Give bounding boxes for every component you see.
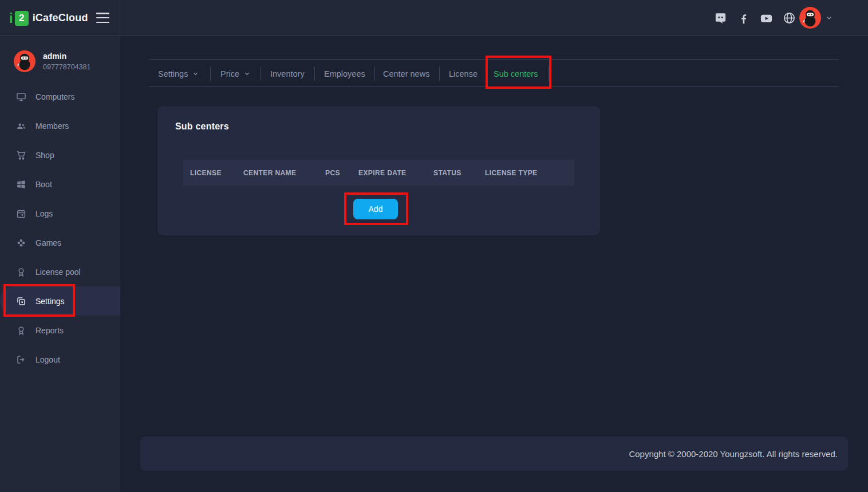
sidebar-item-games[interactable]: Games (0, 228, 120, 257)
column-header-pcs: PCS (325, 169, 358, 177)
table-header-row: LICENSE CENTER NAME PCS EXPIRE DATE STAT… (183, 160, 574, 186)
tab-divider (314, 66, 315, 81)
sidebar-item-label: Computers (35, 92, 74, 101)
sidebar-item-logs[interactable]: Logs (0, 199, 120, 228)
sidebar-item-members[interactable]: Members (0, 111, 120, 140)
windows-icon (16, 179, 26, 190)
sidebar-item-label: Settings (35, 297, 65, 306)
sidebar-item-label: Boot (35, 180, 52, 189)
calendar-icon (16, 208, 26, 219)
sidebar-item-label: License pool (35, 267, 81, 277)
sidebar-item-label: Members (35, 121, 69, 131)
tab-price[interactable]: Price (220, 60, 250, 88)
sidebar-user-avatar (14, 50, 35, 72)
user-name: admin (43, 52, 90, 61)
add-button[interactable]: Add (353, 199, 398, 219)
brand-name: iCafeCloud (33, 12, 88, 24)
sidebar-item-label: Logout (35, 355, 60, 364)
sidebar-nav: Computers Members Shop Boot Logs Games (0, 82, 120, 374)
chevron-down-icon (244, 70, 250, 77)
logo-i-mark: i (9, 11, 13, 25)
menu-toggle-icon[interactable] (96, 13, 109, 23)
sub-centers-card: Sub centers LICENSE CENTER NAME PCS EXPI… (157, 106, 600, 235)
sidebar-user-block: admin 097778704381 (14, 50, 90, 72)
sidebar-item-label: Shop (35, 151, 54, 160)
tab-divider (549, 66, 549, 81)
youtube-icon[interactable] (760, 11, 773, 25)
app-root: i 2 iCafeCloud (0, 0, 868, 492)
gamepad-icon (16, 238, 26, 248)
chevron-down-icon[interactable] (826, 14, 833, 21)
sidebar-item-license-pool[interactable]: License pool (0, 257, 120, 286)
footer: Copyright © 2000-2020 Youngzsoft. All ri… (140, 436, 848, 471)
chevron-down-icon (192, 70, 199, 77)
cart-icon (16, 150, 26, 160)
monitor-icon (16, 92, 26, 102)
logout-icon (16, 355, 26, 365)
sidebar-item-settings[interactable]: Settings (0, 286, 120, 316)
discord-icon[interactable] (714, 11, 727, 25)
tab-divider (210, 66, 211, 81)
layers-icon (16, 296, 26, 306)
logo-box-mark: 2 (15, 11, 29, 26)
tab-inventory[interactable]: Inventory (270, 60, 305, 88)
tab-divider (261, 66, 261, 81)
column-header-status: STATUS (433, 169, 485, 177)
column-header-center-name: CENTER NAME (243, 169, 325, 177)
sidebar-item-computers[interactable]: Computers (0, 82, 120, 111)
tab-settings[interactable]: Settings (158, 60, 199, 88)
tab-center-news[interactable]: Center news (383, 60, 429, 88)
copyright-text: Copyright © 2000-2020 Youngzsoft. All ri… (629, 449, 838, 459)
globe-icon[interactable] (783, 11, 796, 25)
people-icon (16, 121, 26, 131)
medal-icon (16, 325, 26, 336)
tab-divider (439, 66, 440, 81)
sidebar: admin 097778704381 Computers Members Sho… (0, 36, 120, 492)
column-header-expire-date: EXPIRE DATE (358, 169, 433, 177)
column-header-license: LICENSE (190, 169, 243, 177)
tab-employees[interactable]: Employees (324, 60, 365, 88)
tab-sub-centers[interactable]: Sub centers (494, 60, 538, 88)
topbar: i 2 iCafeCloud (0, 0, 868, 36)
sidebar-item-label: Reports (35, 326, 64, 335)
tab-divider (374, 66, 375, 81)
user-menu[interactable] (799, 7, 833, 29)
user-avatar[interactable] (799, 7, 821, 29)
sidebar-item-boot[interactable]: Boot (0, 170, 120, 199)
column-header-license-type: LICENSE TYPE (485, 169, 571, 177)
medal-icon (16, 267, 26, 277)
card-title: Sub centers (175, 121, 229, 132)
sidebar-item-logout[interactable]: Logout (0, 345, 120, 374)
sidebar-item-reports[interactable]: Reports (0, 316, 120, 345)
tab-divider (486, 66, 486, 81)
sidebar-item-label: Games (35, 238, 61, 247)
user-phone: 097778704381 (43, 63, 90, 71)
settings-tabbar: Settings Price Inventory Employees Cente… (149, 59, 839, 87)
tab-license[interactable]: License (449, 60, 478, 88)
sidebar-item-label: Logs (35, 209, 53, 218)
facebook-icon[interactable] (737, 11, 750, 25)
sidebar-item-shop[interactable]: Shop (0, 140, 120, 170)
